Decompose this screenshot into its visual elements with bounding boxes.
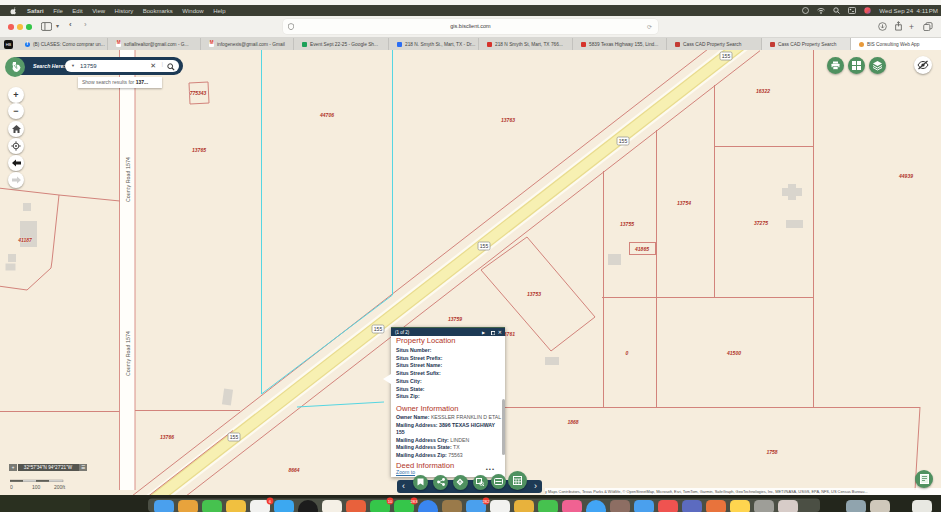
svg-text:10: 10 — [388, 499, 393, 504]
svg-text:13766: 13766 — [160, 434, 174, 440]
svg-text:16322: 16322 — [756, 88, 770, 94]
svg-text:155: 155 — [480, 243, 489, 249]
svg-text:155: 155 — [374, 326, 383, 332]
svg-text:0: 0 — [10, 484, 13, 490]
svg-text:County Road 1574: County Road 1574 — [125, 157, 131, 202]
svg-text:13763: 13763 — [501, 117, 515, 123]
svg-text:44939: 44939 — [898, 173, 913, 179]
svg-text:282: 282 — [483, 499, 491, 504]
svg-text:41187: 41187 — [17, 237, 32, 243]
svg-text:37275: 37275 — [754, 220, 768, 226]
svg-text:200ft: 200ft — [54, 484, 66, 490]
svg-text:155: 155 — [230, 434, 239, 440]
svg-text:0: 0 — [626, 350, 629, 356]
svg-text:100: 100 — [32, 484, 41, 490]
svg-text:County Road 1574: County Road 1574 — [125, 331, 131, 376]
svg-text:13753: 13753 — [527, 291, 541, 297]
svg-text:13759: 13759 — [448, 316, 462, 322]
svg-text:155: 155 — [722, 53, 731, 59]
svg-text:13755: 13755 — [620, 221, 634, 227]
svg-text:775343: 775343 — [190, 90, 207, 96]
svg-text:1758: 1758 — [766, 449, 777, 455]
svg-text:13765: 13765 — [192, 147, 206, 153]
svg-text:44706: 44706 — [319, 112, 334, 118]
svg-text:41865: 41865 — [634, 246, 649, 252]
svg-text:41500: 41500 — [726, 350, 741, 356]
svg-text:8664: 8664 — [288, 467, 299, 473]
svg-text:155: 155 — [619, 138, 628, 144]
svg-text:283: 283 — [411, 499, 419, 504]
svg-text:13754: 13754 — [677, 200, 691, 206]
svg-text:1868: 1868 — [567, 419, 578, 425]
